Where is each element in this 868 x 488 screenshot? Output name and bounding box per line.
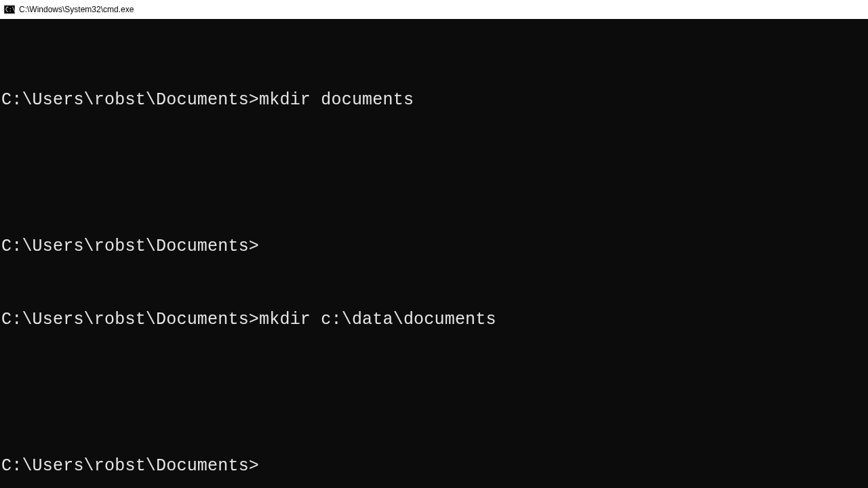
cmd-icon: C:\ bbox=[4, 4, 15, 15]
command: mkdir c:\data\documents bbox=[259, 310, 496, 329]
window-title: C:\Windows\System32\cmd.exe bbox=[19, 5, 134, 14]
terminal-output[interactable]: C:\Users\robst\Documents>mkdir documents… bbox=[0, 19, 868, 488]
prompt: C:\Users\robst\Documents> bbox=[1, 456, 259, 476]
terminal-line: C:\Users\robst\Documents> bbox=[1, 235, 867, 259]
terminal-line: C:\Users\robst\Documents> bbox=[1, 454, 867, 479]
terminal-blank-line bbox=[1, 161, 867, 186]
prompt: C:\Users\robst\Documents> bbox=[1, 237, 259, 256]
terminal-line: C:\Users\robst\Documents>mkdir documents bbox=[1, 88, 867, 113]
window-titlebar[interactable]: C:\ C:\Windows\System32\cmd.exe bbox=[0, 0, 868, 19]
command: mkdir documents bbox=[259, 90, 414, 110]
svg-text:C:\: C:\ bbox=[5, 7, 15, 13]
terminal-line: C:\Users\robst\Documents>mkdir c:\data\d… bbox=[1, 308, 867, 332]
prompt: C:\Users\robst\Documents> bbox=[1, 90, 259, 110]
prompt: C:\Users\robst\Documents> bbox=[1, 310, 259, 329]
terminal-blank-line bbox=[1, 381, 867, 405]
